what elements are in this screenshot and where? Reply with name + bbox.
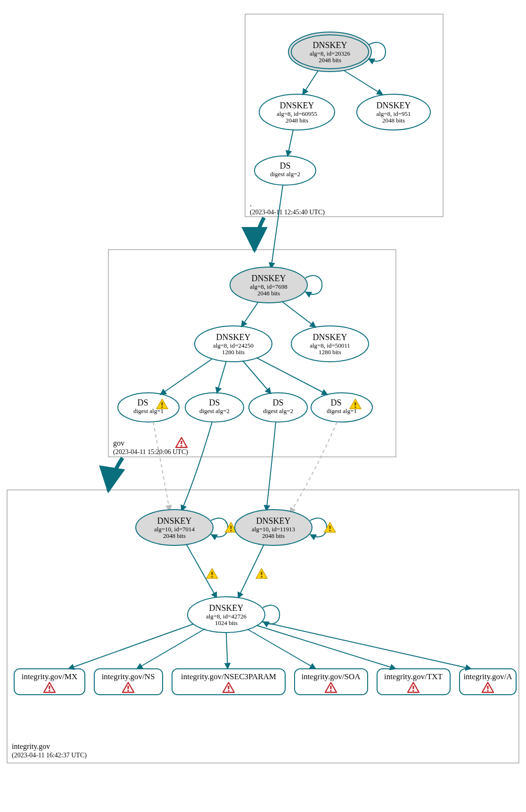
svg-text:DS: DS — [279, 161, 290, 171]
zone-arrow-root-to-gov — [255, 218, 264, 251]
svg-text:DNSKEY: DNSKEY — [256, 516, 290, 526]
warning-icon — [206, 568, 218, 578]
svg-text:DNSKEY: DNSKEY — [312, 41, 347, 50]
svg-text:DNSKEY: DNSKEY — [279, 101, 314, 110]
svg-text:DNSKEY: DNSKEY — [376, 101, 411, 110]
zone-label-gov: gov — [113, 439, 124, 447]
svg-text:DNSKEY: DNSKEY — [209, 603, 243, 613]
svg-text:integrity.gov/MX: integrity.gov/MX — [22, 672, 77, 681]
rr-nsec3param: integrity.gov/NSEC3PARAM — [172, 669, 285, 695]
zone-label-integrity: integrity.gov — [12, 742, 50, 751]
edge — [160, 359, 212, 395]
svg-text:DNSKEY: DNSKEY — [312, 333, 347, 342]
edge — [288, 130, 293, 156]
svg-text:digest alg=2: digest alg=2 — [270, 171, 300, 178]
edge — [226, 633, 228, 669]
zone-arrow-gov-to-integrity — [108, 458, 123, 491]
edge — [181, 422, 212, 511]
edge — [266, 422, 276, 511]
svg-text:alg=8, id=42726: alg=8, id=42726 — [206, 613, 247, 620]
node-root-zsk2: DNSKEY alg=8, id=951 2048 bits — [357, 94, 430, 130]
error-icon — [176, 438, 187, 447]
rr-mx: integrity.gov/MX — [14, 669, 85, 695]
rr-txt: integrity.gov/TXT — [377, 669, 450, 695]
svg-text:2048 bits: 2048 bits — [163, 532, 186, 539]
svg-text:2048 bits: 2048 bits — [262, 532, 285, 539]
svg-text:DS: DS — [330, 398, 341, 407]
svg-text:alg=8, id=60955: alg=8, id=60955 — [277, 110, 317, 117]
node-gov-ds1: DS digest alg=1 — [118, 393, 179, 422]
edge-dashed — [290, 422, 337, 513]
node-gov-zsk1: DNSKEY alg=8, id=24250 1280 bits — [195, 326, 272, 362]
node-int-ksk2: DNSKEY alg=10, id=11913 2048 bits — [235, 510, 327, 545]
edge — [282, 301, 316, 327]
node-gov-zsk2: DNSKEY alg=8, id=50011 1280 bits — [291, 326, 369, 362]
node-gov-ksk: DNSKEY alg=8, id=7698 2048 bits — [230, 267, 322, 303]
svg-text:DS: DS — [272, 398, 283, 407]
rr-soa: integrity.gov/SOA — [295, 669, 368, 695]
svg-text:DS: DS — [137, 398, 148, 407]
svg-text:DS: DS — [209, 398, 220, 407]
edge — [344, 71, 383, 95]
edge — [262, 622, 471, 669]
dnssec-diagram: . (2023-04-11 12:45:40 UTC) gov (2023-04… — [0, 0, 526, 812]
node-gov-ds4: DS digest alg=1 — [311, 393, 372, 422]
svg-text:integrity.gov/TXT: integrity.gov/TXT — [384, 672, 443, 681]
node-root-zsk1: DNSKEY alg=8, id=60955 2048 bits — [259, 94, 335, 130]
svg-text:1280 bits: 1280 bits — [319, 349, 341, 356]
warning-icon — [256, 568, 267, 578]
svg-text:1024 bits: 1024 bits — [215, 619, 238, 626]
edge — [303, 71, 318, 95]
edge — [241, 302, 258, 327]
svg-text:alg=8, id=50011: alg=8, id=50011 — [310, 342, 350, 349]
zone-ts-gov: (2023-04-11 15:20:06 UTC) — [113, 448, 188, 456]
svg-text:integrity.gov/NSEC3PARAM: integrity.gov/NSEC3PARAM — [181, 672, 276, 681]
svg-text:digest alg=2: digest alg=2 — [263, 407, 293, 414]
svg-text:alg=8, id=20326: alg=8, id=20326 — [310, 50, 351, 57]
edge — [243, 361, 271, 394]
svg-text:DNSKEY: DNSKEY — [216, 333, 250, 342]
zone-ts-integrity: (2023-04-11 16:42:37 UTC) — [12, 752, 87, 759]
svg-text:integrity.gov/A: integrity.gov/A — [463, 672, 512, 681]
node-int-ksk1: DNSKEY alg=10, id=7014 2048 bits — [136, 510, 228, 545]
svg-text:alg=10, id=11913: alg=10, id=11913 — [252, 526, 295, 533]
edge-dashed — [153, 422, 170, 511]
zone-label-root: . — [250, 200, 252, 208]
edge — [217, 361, 226, 393]
svg-text:DNSKEY: DNSKEY — [251, 274, 286, 283]
zone-ts-root: (2023-04-11 12:45:40 UTC) — [250, 209, 325, 216]
node-root-ksk: DNSKEY alg=8, id=20326 2048 bits — [288, 32, 386, 72]
node-gov-ds3: DS digest alg=2 — [249, 393, 307, 422]
node-root-ds: DS digest alg=2 — [255, 156, 316, 185]
svg-text:2048 bits: 2048 bits — [319, 57, 341, 64]
svg-text:alg=8, id=951: alg=8, id=951 — [376, 110, 411, 117]
svg-text:2048 bits: 2048 bits — [257, 290, 280, 297]
svg-text:DNSKEY: DNSKEY — [157, 516, 191, 526]
svg-text:alg=10, id=7014: alg=10, id=7014 — [154, 526, 195, 533]
rr-a: integrity.gov/A — [460, 669, 516, 695]
edge — [247, 629, 316, 669]
edge — [271, 185, 283, 268]
svg-text:integrity.gov/SOA: integrity.gov/SOA — [302, 672, 361, 681]
svg-text:2048 bits: 2048 bits — [286, 117, 308, 124]
edge — [137, 629, 205, 669]
node-gov-ds2: DS digest alg=2 — [185, 393, 244, 422]
svg-text:integrity.gov/NS: integrity.gov/NS — [102, 672, 155, 681]
node-int-zsk: DNSKEY alg=8, id=42726 1024 bits — [188, 597, 279, 633]
svg-text:digest alg=2: digest alg=2 — [199, 407, 230, 414]
svg-text:alg=8, id=24250: alg=8, id=24250 — [213, 342, 254, 349]
svg-text:2048 bits: 2048 bits — [382, 117, 405, 124]
svg-text:alg=8, id=7698: alg=8, id=7698 — [250, 283, 288, 290]
svg-text:1280 bits: 1280 bits — [222, 349, 245, 356]
rr-ns: integrity.gov/NS — [94, 669, 163, 695]
